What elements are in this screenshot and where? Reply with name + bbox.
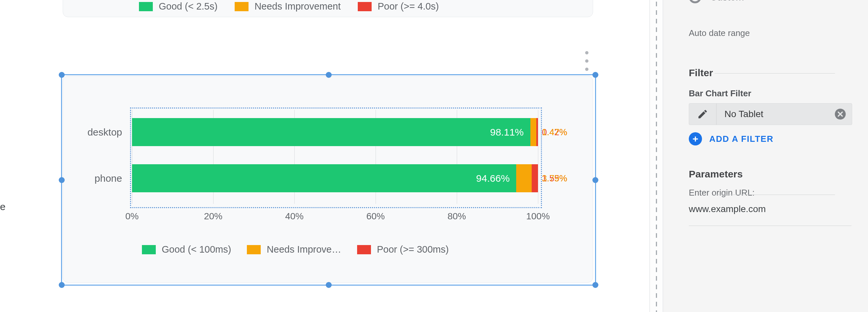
x-tick: 100%: [526, 211, 550, 222]
legend-label-ni: Needs Improve…: [267, 244, 341, 255]
bar-value-ni: 1.47%: [542, 127, 567, 137]
plus-circle-icon: +: [689, 132, 702, 145]
legend-item-poor: Poor (>= 300ms): [357, 244, 449, 255]
x-tick: 20%: [204, 211, 222, 222]
cropped-text-left: e: [0, 201, 6, 212]
x-tick: 40%: [285, 211, 304, 222]
swatch-good: [139, 2, 153, 11]
resize-handle-tc[interactable]: [326, 72, 332, 78]
filter-chip[interactable]: No Tablet: [689, 103, 852, 125]
swatch-poor: [357, 245, 371, 254]
legend-item-good: Good (< 100ms): [142, 244, 231, 255]
resize-handle-ml[interactable]: [59, 177, 65, 183]
parameter-value[interactable]: www.example.com: [689, 204, 851, 214]
x-tick: 80%: [447, 211, 466, 222]
pencil-icon: [697, 108, 708, 120]
properties-panel: Custom Auto date range Filter Bar Chart …: [663, 0, 868, 312]
resize-handle-tl[interactable]: [59, 72, 65, 78]
resize-handle-bc[interactable]: [326, 282, 332, 288]
radio-label: Custom: [710, 0, 744, 3]
legend-item-poor: Poor (>= 4.0s): [358, 1, 439, 12]
legend-label-poor: Poor (>= 300ms): [377, 244, 449, 255]
category-label: desktop: [88, 127, 122, 138]
vertical-ruler: // placeholder; actual dashes added belo…: [650, 0, 663, 312]
legend-label-ni: Needs Improvement: [254, 1, 341, 12]
filter-section-title: Filter: [689, 67, 851, 78]
more-vert-icon[interactable]: [581, 51, 593, 71]
swatch-good: [142, 245, 156, 254]
edit-filter-button[interactable]: [689, 104, 716, 125]
swatch-ni: [235, 2, 249, 11]
legend-item-ni: Needs Improvement: [235, 1, 341, 12]
swatch-poor: [358, 2, 372, 11]
upper-chart-card: Good (< 2.5s) Needs Improvement Poor (>=…: [63, 0, 593, 17]
radio-icon: [689, 0, 701, 3]
x-axis: 0% 20% 40% 60% 80% 100%: [132, 211, 538, 224]
upper-legend: Good (< 2.5s) Needs Improvement Poor (>=…: [139, 1, 439, 12]
legend-item-ni: Needs Improve…: [247, 244, 341, 255]
x-tick: 60%: [366, 211, 385, 222]
bar-value-ni: 3.79%: [542, 173, 567, 183]
category-label: phone: [95, 173, 122, 184]
resize-handle-mr[interactable]: [592, 177, 598, 183]
date-range-custom-option[interactable]: Custom: [689, 0, 851, 3]
resize-handle-tr[interactable]: [592, 72, 598, 78]
remove-filter-button[interactable]: [833, 107, 847, 121]
close-circle-icon: [834, 108, 846, 120]
x-tick: 0%: [125, 211, 138, 222]
add-filter-label: ADD A FILTER: [709, 134, 774, 144]
report-canvas[interactable]: e Good (< 2.5s) Needs Improvement Poor (…: [0, 0, 649, 312]
legend-label-good: Good (< 100ms): [162, 244, 231, 255]
add-filter-button[interactable]: + ADD A FILTER: [689, 132, 851, 145]
resize-handle-bl[interactable]: [59, 282, 65, 288]
chart-legend: Good (< 100ms) Needs Improve… Poor (>= 3…: [142, 244, 449, 255]
filter-subtitle: Bar Chart Filter: [689, 89, 851, 99]
divider: [689, 226, 851, 226]
legend-item-good: Good (< 2.5s): [139, 1, 217, 12]
resize-handle-br[interactable]: [592, 282, 598, 288]
parameter-prompt: Enter origin URL:: [689, 188, 851, 198]
legend-label-poor: Poor (>= 4.0s): [378, 1, 439, 12]
filter-chip-label: No Tablet: [716, 109, 833, 119]
inner-selection[interactable]: [130, 107, 542, 208]
parameters-section-title: Parameters: [689, 169, 851, 180]
swatch-ni: [247, 245, 261, 254]
auto-date-range-label[interactable]: Auto date range: [689, 28, 851, 38]
legend-label-good: Good (< 2.5s): [159, 1, 217, 12]
